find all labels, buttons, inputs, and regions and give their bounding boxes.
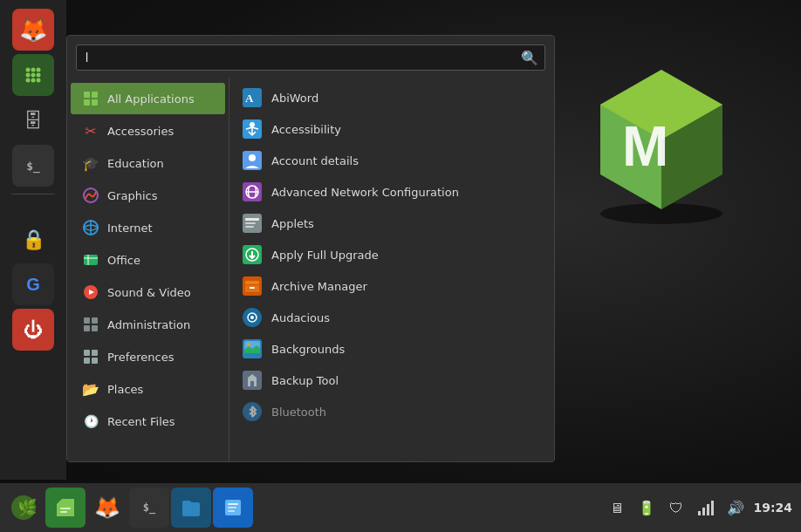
svg-rect-27 bbox=[92, 317, 98, 324]
chromium-taskbar-icon[interactable]: G bbox=[12, 263, 54, 305]
preferences-icon bbox=[81, 347, 100, 366]
accessibility-label: Accessibility bbox=[271, 123, 341, 136]
category-all[interactable]: All Applications bbox=[71, 83, 225, 114]
applets-label: Applets bbox=[271, 217, 314, 230]
svg-point-12 bbox=[31, 78, 36, 83]
svg-rect-21 bbox=[84, 255, 98, 265]
svg-point-6 bbox=[31, 68, 36, 72]
category-places[interactable]: 📂 Places bbox=[71, 373, 225, 405]
category-recent[interactable]: 🕐 Recent Files bbox=[71, 406, 225, 437]
display-icon[interactable]: 🖥 bbox=[605, 495, 629, 520]
administration-label: Administration bbox=[107, 318, 190, 331]
office-icon bbox=[81, 250, 100, 269]
account-details-icon bbox=[242, 150, 263, 171]
svg-rect-69 bbox=[182, 501, 191, 505]
adv-network-label: Advanced Network Configuration bbox=[271, 186, 459, 199]
mint-start-button[interactable]: 🌿 bbox=[3, 488, 44, 528]
battery-icon[interactable]: 🔋 bbox=[634, 495, 659, 520]
app-accessibility[interactable]: Accessibility bbox=[229, 113, 554, 145]
sound-video-icon bbox=[81, 283, 100, 302]
app-grid-taskbar-icon[interactable] bbox=[12, 54, 54, 96]
terminal-taskbar-icon[interactable]: $_ bbox=[12, 145, 54, 187]
svg-rect-26 bbox=[84, 317, 90, 324]
svg-point-5 bbox=[26, 68, 31, 72]
education-label: Education bbox=[107, 157, 164, 170]
power-taskbar-icon[interactable]: ⏻ bbox=[12, 309, 54, 351]
svg-point-7 bbox=[37, 68, 41, 72]
accessories-label: Accessories bbox=[107, 125, 174, 138]
menu-popup: l 🔍 All Applications bbox=[66, 35, 555, 462]
svg-point-8 bbox=[26, 73, 31, 78]
places-label: Places bbox=[107, 383, 143, 396]
svg-rect-33 bbox=[92, 358, 98, 364]
shield-icon[interactable]: 🛡 bbox=[664, 495, 688, 520]
category-graphics[interactable]: Graphics bbox=[71, 180, 225, 211]
search-wrapper: l 🔍 bbox=[76, 44, 545, 71]
svg-rect-66 bbox=[60, 511, 67, 513]
app-backup[interactable]: Backup Tool bbox=[229, 365, 554, 396]
network-icon[interactable] bbox=[694, 495, 718, 520]
audacious-icon bbox=[242, 307, 263, 328]
category-preferences[interactable]: Preferences bbox=[71, 341, 225, 372]
svg-rect-60 bbox=[250, 381, 254, 386]
search-icon[interactable]: 🔍 bbox=[521, 50, 538, 66]
notes-bottom-icon[interactable] bbox=[213, 488, 253, 528]
svg-rect-52 bbox=[250, 287, 255, 289]
svg-rect-15 bbox=[92, 92, 98, 98]
app-account-details[interactable]: Account details bbox=[229, 145, 554, 176]
apply-upgrade-icon bbox=[242, 244, 263, 265]
app-abiword[interactable]: A AbiWord bbox=[229, 82, 554, 113]
volume-icon[interactable]: 🔊 bbox=[723, 495, 748, 520]
bluetooth-icon bbox=[242, 401, 263, 422]
accessibility-icon bbox=[242, 119, 263, 140]
app-applets[interactable]: Applets bbox=[229, 208, 554, 239]
places-icon: 📂 bbox=[81, 379, 100, 399]
archive-icon bbox=[242, 276, 263, 297]
app-audacious[interactable]: Audacious bbox=[229, 302, 554, 333]
svg-point-37 bbox=[250, 122, 255, 127]
svg-rect-74 bbox=[228, 510, 235, 512]
firefox-taskbar-icon[interactable]: 🦊 bbox=[12, 9, 54, 51]
files-taskbar-icon[interactable]: 🗄 bbox=[12, 99, 54, 141]
svg-rect-78 bbox=[711, 501, 714, 515]
abiword-icon: A bbox=[242, 87, 263, 108]
svg-rect-17 bbox=[92, 99, 98, 106]
category-accessories[interactable]: ✂ Accessories bbox=[71, 115, 225, 147]
app-apply-upgrade[interactable]: Apply Full Upgrade bbox=[229, 239, 554, 270]
svg-point-13 bbox=[37, 78, 41, 83]
lock-taskbar-icon[interactable]: 🔒 bbox=[12, 218, 54, 260]
app-archive[interactable]: Archive Manager bbox=[229, 270, 554, 302]
svg-rect-77 bbox=[707, 504, 709, 515]
terminal-bottom-icon[interactable]: $_ bbox=[129, 488, 169, 528]
all-cat-label: All Applications bbox=[107, 92, 195, 106]
svg-rect-29 bbox=[92, 325, 98, 331]
app-bluetooth[interactable]: Bluetooth bbox=[229, 396, 554, 427]
menu-body: All Applications ✂ Accessories 🎓 Educati… bbox=[67, 78, 554, 461]
graphics-label: Graphics bbox=[107, 189, 157, 202]
backup-label: Backup Tool bbox=[271, 374, 339, 387]
category-education[interactable]: 🎓 Education bbox=[71, 147, 225, 179]
search-input[interactable]: l bbox=[76, 44, 545, 71]
administration-icon bbox=[81, 315, 100, 334]
preferences-label: Preferences bbox=[107, 351, 174, 364]
svg-rect-46 bbox=[245, 226, 254, 228]
svg-rect-50 bbox=[245, 281, 259, 284]
app-backgrounds[interactable]: Backgrounds bbox=[229, 333, 554, 365]
category-internet[interactable]: Internet bbox=[71, 212, 225, 243]
apply-upgrade-label: Apply Full Upgrade bbox=[271, 249, 379, 262]
internet-icon bbox=[81, 218, 100, 237]
svg-rect-75 bbox=[698, 511, 701, 515]
svg-rect-72 bbox=[228, 503, 238, 505]
app-adv-network[interactable]: Advanced Network Configuration bbox=[229, 176, 554, 208]
nemo-bottom-icon[interactable] bbox=[45, 488, 86, 528]
svg-rect-28 bbox=[84, 325, 90, 331]
category-office[interactable]: Office bbox=[71, 244, 225, 276]
category-administration[interactable]: Administration bbox=[71, 309, 225, 340]
firefox-bottom-icon[interactable]: 🦊 bbox=[87, 488, 127, 528]
backgrounds-icon bbox=[242, 338, 263, 359]
svg-rect-45 bbox=[245, 222, 256, 224]
menu-apps: A AbiWord Accessibility Account details bbox=[229, 78, 554, 461]
files-bottom-icon[interactable] bbox=[171, 488, 211, 528]
bluetooth-label: Bluetooth bbox=[271, 406, 326, 419]
category-sound-video[interactable]: Sound & Video bbox=[71, 276, 225, 308]
